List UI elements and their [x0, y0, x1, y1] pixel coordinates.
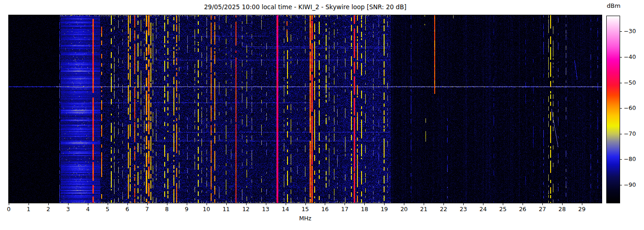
- x-tick: [542, 203, 543, 205]
- x-tick-label: 25: [499, 206, 506, 213]
- x-tick-label: 14: [282, 206, 289, 213]
- plot-area: [9, 15, 602, 203]
- chart-title: 29/05/2025 10:00 local time - KIWI_2 - S…: [9, 3, 602, 11]
- x-tick-label: 27: [539, 206, 546, 213]
- x-tick: [88, 203, 88, 205]
- x-tick: [523, 203, 523, 205]
- x-tick-label: 6: [126, 206, 129, 213]
- colorbar-tick: [620, 57, 622, 58]
- x-tick: [266, 203, 266, 205]
- x-tick: [286, 203, 286, 205]
- x-tick-label: 13: [262, 206, 270, 213]
- x-tick-label: 28: [558, 206, 566, 213]
- x-tick: [187, 203, 187, 205]
- x-axis-label: MHz: [9, 215, 602, 222]
- x-tick-label: 7: [145, 206, 149, 213]
- x-tick-label: 2: [46, 206, 50, 213]
- colorbar-tick: [620, 83, 622, 83]
- x-tick-label: 3: [66, 206, 70, 213]
- x-tick: [443, 203, 444, 205]
- colorbar-tick-label: −50: [624, 79, 636, 86]
- x-tick-label: 12: [242, 206, 250, 213]
- x-tick: [167, 203, 167, 205]
- colorbar-tick: [620, 159, 622, 160]
- x-tick-label: 18: [361, 206, 368, 213]
- x-tick: [483, 203, 483, 205]
- x-tick-label: 11: [223, 206, 230, 213]
- x-tick: [384, 203, 385, 205]
- x-tick: [404, 203, 404, 205]
- colorbar-tick: [620, 185, 622, 185]
- x-tick-label: 15: [302, 206, 309, 213]
- x-tick-label: 5: [106, 206, 109, 213]
- x-tick-label: 26: [519, 206, 526, 213]
- x-tick-label: 29: [578, 206, 586, 213]
- x-tick-label: 4: [86, 206, 90, 213]
- x-tick: [325, 203, 325, 205]
- x-tick: [364, 203, 365, 205]
- x-tick: [503, 203, 503, 205]
- x-tick-label: 9: [185, 206, 189, 213]
- x-tick: [246, 203, 247, 205]
- x-tick: [48, 203, 49, 205]
- colorbar-tick-label: −80: [624, 156, 636, 163]
- x-tick-label: 8: [165, 206, 169, 213]
- x-tick-label: 23: [460, 206, 467, 213]
- colorbar-tick-label: −30: [624, 28, 636, 35]
- x-tick: [68, 203, 69, 205]
- x-tick-label: 20: [400, 206, 408, 213]
- x-tick: [29, 203, 29, 205]
- colorbar: [607, 16, 620, 203]
- colorbar-tick: [620, 31, 622, 32]
- spectrogram-canvas: [9, 15, 602, 203]
- colorbar-tick: [620, 134, 622, 134]
- colorbar-tick: [620, 108, 622, 109]
- colorbar-tick-label: −60: [624, 104, 636, 111]
- x-tick: [207, 203, 207, 205]
- x-tick-label: 24: [479, 206, 487, 213]
- x-tick-label: 22: [440, 206, 447, 213]
- x-tick-label: 19: [380, 206, 388, 213]
- x-tick: [127, 203, 128, 205]
- x-tick: [147, 203, 148, 205]
- x-tick: [226, 203, 227, 205]
- x-tick: [108, 203, 108, 205]
- colorbar-tick-label: −40: [624, 53, 636, 60]
- colorbar-label: dBm: [606, 2, 621, 9]
- x-tick-label: 17: [341, 206, 348, 213]
- x-tick: [345, 203, 345, 205]
- x-tick: [9, 203, 9, 205]
- x-tick-label: 21: [420, 206, 427, 213]
- x-tick-label: 10: [203, 206, 210, 213]
- x-tick: [562, 203, 563, 205]
- spectrogram-figure: 29/05/2025 10:00 local time - KIWI_2 - S…: [0, 0, 644, 230]
- colorbar-tick-label: −70: [624, 130, 636, 137]
- x-tick: [582, 203, 582, 205]
- x-tick-label: 1: [27, 206, 30, 213]
- colorbar-tick-label: −90: [624, 181, 636, 188]
- x-tick: [305, 203, 306, 205]
- x-tick-label: 0: [7, 206, 11, 213]
- x-tick: [424, 203, 424, 205]
- x-tick: [463, 203, 464, 205]
- x-tick-label: 16: [322, 206, 329, 213]
